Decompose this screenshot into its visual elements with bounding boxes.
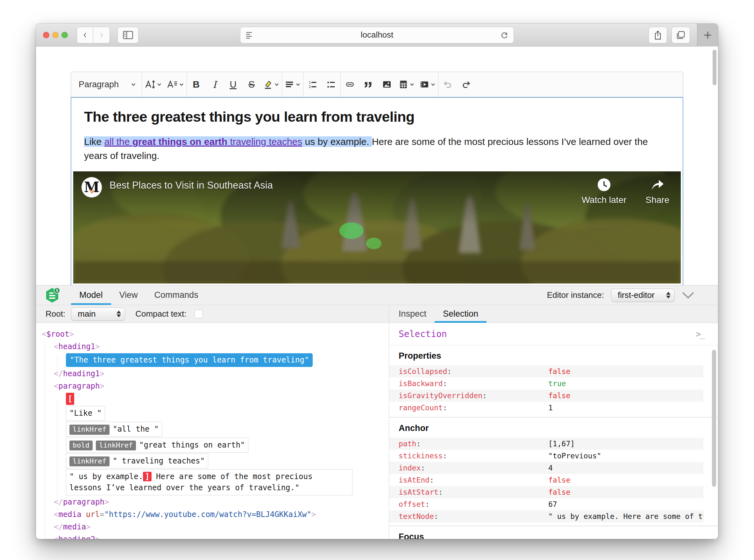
zoom-window-button[interactable] — [61, 32, 68, 38]
underline-button[interactable]: U — [224, 72, 242, 97]
link-text-bold[interactable]: great things on earth — [133, 136, 227, 147]
tree-line[interactable]: "The three greatest things you learn fro… — [36, 353, 389, 367]
tree-line[interactable]: boldlinkHref"great things on earth" — [36, 438, 389, 453]
property-key: offset: — [399, 500, 548, 508]
editor-instance-select[interactable]: first-editor — [611, 288, 675, 302]
tree-line[interactable]: linkHref"all the " — [36, 422, 389, 437]
refresh-icon[interactable] — [500, 31, 509, 40]
minimize-window-button[interactable] — [52, 32, 59, 38]
font-size-button[interactable] — [142, 72, 164, 97]
insert-image-button[interactable] — [378, 72, 396, 97]
tree-line[interactable]: "Like " — [36, 406, 389, 421]
selected-text: us by example. — [302, 136, 372, 147]
back-button[interactable] — [77, 27, 93, 43]
tag-bracket: > — [100, 368, 104, 379]
equals-sign: = — [100, 509, 104, 520]
property-key: isAtEnd: — [399, 476, 548, 484]
indent-guide — [45, 343, 45, 539]
page-scrollbar[interactable] — [713, 50, 716, 85]
tree-line[interactable]: <heading2> — [36, 534, 389, 539]
indent-guide — [57, 399, 57, 512]
property-row: path:[1,67] — [389, 438, 704, 450]
paragraph-style-dropdown[interactable]: Paragraph — [73, 72, 142, 97]
tree-line[interactable]: [ — [36, 393, 389, 405]
highlighter-icon — [263, 80, 273, 89]
editor-content[interactable]: The three greatest things you learn from… — [71, 97, 683, 285]
tag-name: media — [58, 509, 81, 520]
tab-model[interactable]: Model — [71, 285, 111, 305]
tree-line[interactable]: <paragraph> — [36, 380, 389, 392]
attribute-badge-bold: bold — [69, 441, 93, 451]
text-node-content: " us by example. — [69, 472, 143, 481]
property-row: index:4 — [389, 462, 704, 474]
channel-avatar[interactable]: Mv — [82, 177, 102, 198]
selected-text-node[interactable]: "The three greatest things you learn fro… — [66, 353, 313, 367]
link-button[interactable] — [341, 72, 359, 97]
section-focus: Focus — [389, 526, 718, 539]
redo-button[interactable] — [457, 72, 475, 97]
collapse-inspector-icon[interactable] — [682, 291, 694, 299]
font-size-icon — [145, 79, 156, 89]
log-to-console-button[interactable]: >_ — [696, 329, 704, 339]
forward-button[interactable] — [93, 27, 110, 43]
selection-pane: Selection >_ PropertiesisCollapsed:false… — [389, 323, 718, 539]
property-row: rangeCount:1 — [389, 402, 704, 414]
chevron-down-icon — [131, 82, 136, 87]
share-button[interactable] — [649, 27, 667, 43]
new-tab-button[interactable]: + — [697, 24, 718, 46]
sidebar-toggle-button[interactable] — [118, 27, 139, 43]
tag-bracket: > — [104, 496, 109, 508]
undo-button[interactable] — [439, 72, 457, 97]
tree-line[interactable]: </media> — [36, 521, 389, 533]
youtube-embed[interactable]: Mv Best Places to Visit in Southeast Asi… — [73, 172, 681, 283]
numbered-list-button[interactable]: 1 2 — [303, 72, 322, 97]
link-text[interactable]: traveling teaches — [227, 136, 302, 147]
text-node[interactable]: boldlinkHref"great things on earth" — [66, 438, 248, 453]
tree-line[interactable]: linkHref" traveling teaches" — [36, 454, 389, 468]
watch-later-button[interactable]: Watch later — [582, 178, 627, 205]
strikethrough-button[interactable]: S — [242, 72, 261, 97]
video-header: Mv Best Places to Visit in Southeast Asi… — [82, 177, 669, 205]
tag-bracket: </ — [54, 368, 63, 379]
text-node[interactable]: " us by example.] Here are some of the m… — [66, 469, 352, 495]
titlebar: localhost + — [36, 24, 718, 46]
editor-instance-label: Editor instance: — [547, 290, 604, 300]
section-title: Focus — [399, 532, 718, 539]
tree-line[interactable]: <heading1> — [36, 341, 389, 352]
root-select[interactable]: main — [71, 307, 125, 321]
italic-button[interactable]: I — [205, 72, 224, 97]
text-node[interactable]: linkHref" traveling teaches" — [66, 454, 208, 468]
bold-button[interactable]: B — [187, 72, 205, 97]
insert-table-button[interactable] — [396, 72, 417, 97]
tab-view[interactable]: View — [111, 285, 146, 305]
text-alignment-button[interactable] — [282, 72, 303, 97]
tree-line[interactable]: " us by example.] Here are some of the m… — [36, 469, 389, 495]
tree-line[interactable]: <$root> — [36, 328, 389, 340]
link-text[interactable]: all the — [104, 136, 132, 147]
highlight-button[interactable] — [261, 72, 282, 97]
bulleted-list-button[interactable] — [322, 72, 340, 97]
model-tree-pane: <$root><heading1>"The three greatest thi… — [36, 323, 389, 539]
compact-text-checkbox[interactable] — [194, 309, 203, 318]
block-quote-button[interactable] — [359, 72, 378, 97]
tab-overview-button[interactable] — [672, 27, 690, 43]
tree-line[interactable]: <mediaurl="https://www.youtube.com/watch… — [36, 509, 389, 520]
pane-scrollbar[interactable] — [712, 350, 716, 487]
tree-line[interactable]: </heading1> — [36, 368, 389, 379]
tab-inspect[interactable]: Inspect — [390, 305, 435, 323]
tab-selection[interactable]: Selection — [435, 305, 487, 323]
insert-media-button[interactable] — [417, 72, 438, 97]
tree-line[interactable]: </paragraph> — [36, 496, 389, 508]
text-node[interactable]: linkHref"all the " — [66, 422, 162, 437]
video-share-button[interactable]: Share — [646, 178, 669, 205]
tab-commands[interactable]: Commands — [146, 285, 207, 305]
close-window-button[interactable] — [43, 32, 49, 38]
nav-buttons — [77, 27, 110, 43]
tag-bracket: </ — [54, 521, 63, 533]
font-family-button[interactable] — [164, 72, 187, 97]
reader-mode-icon[interactable] — [245, 31, 254, 39]
video-title[interactable]: Best Places to Visit in Southeast Asia — [109, 180, 582, 191]
text-node[interactable]: "Like " — [66, 406, 105, 421]
address-bar[interactable]: localhost — [240, 27, 514, 43]
tag-name: paragraph — [63, 496, 104, 508]
